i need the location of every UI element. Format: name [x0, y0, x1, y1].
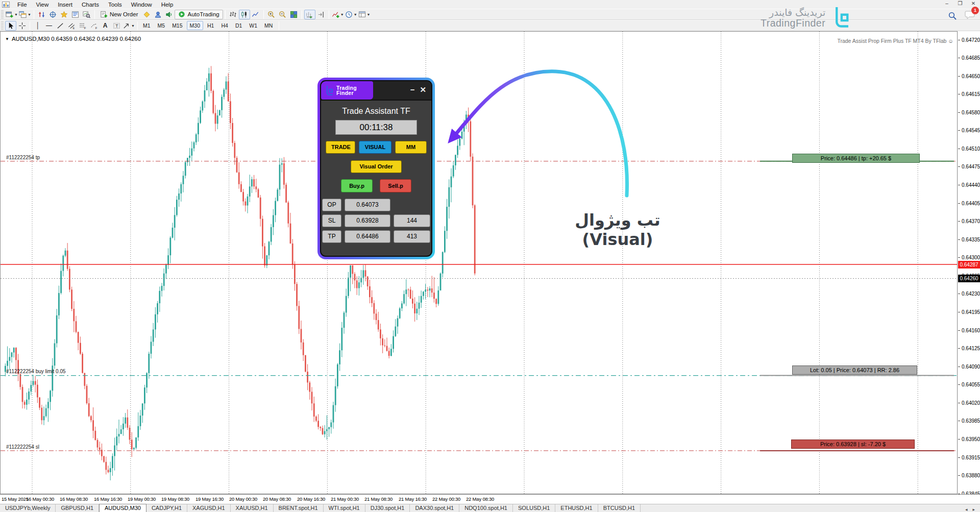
chart-tab-xauusd-h1[interactable]: XAUUSD,H1 [231, 504, 274, 512]
chart-tab-dj30-spot-h1[interactable]: DJ30.spot,H1 [365, 504, 410, 512]
timeframe-button-h4[interactable]: H4 [218, 21, 231, 30]
trade-assistant-panel[interactable]: Trading Finder − ✕ Trade Assistant TF 00… [317, 78, 435, 259]
periods-button[interactable]: ▼ [345, 10, 358, 19]
menu-item-insert[interactable]: Insert [53, 1, 77, 8]
bar-chart-button[interactable] [228, 10, 239, 19]
profiles-button[interactable]: ▼ [18, 10, 32, 19]
panel-minimize-button[interactable]: − [410, 85, 415, 95]
panel-header[interactable]: Trading Finder − ✕ [321, 81, 431, 101]
vertical-line-tool-button[interactable]: │ [32, 21, 43, 31]
line-chart-button[interactable] [250, 10, 261, 19]
auto-scroll-button[interactable] [304, 10, 315, 19]
visual-order-button[interactable]: Visual Order [351, 160, 402, 173]
sell-pending-button[interactable]: Sell.p [380, 179, 411, 192]
timeframe-button-w1[interactable]: W1 [246, 21, 260, 30]
chart-tab-brent-spot-h1[interactable]: BRENT.spot,H1 [274, 504, 324, 512]
timeframe-button-d1[interactable]: D1 [232, 21, 245, 30]
panel-tab-mm[interactable]: MM [395, 141, 427, 154]
timeframe-button-m5[interactable]: M5 [155, 21, 168, 30]
notifications-button[interactable]: 1 [965, 10, 976, 22]
timeframe-button-m30[interactable]: M30 [187, 21, 203, 30]
chart-tab-solusd-h1[interactable]: SOLUSD,H1 [513, 504, 555, 512]
trendline-tool-button[interactable] [55, 21, 66, 31]
sl-label-button[interactable]: SL [322, 214, 341, 227]
chart-canvas[interactable] [1, 32, 957, 494]
tab-scroll-right-button[interactable]: ▸ [972, 507, 975, 512]
candle-body [174, 215, 176, 228]
window-close-button[interactable]: ✕ [970, 1, 977, 6]
chart-tab-btcusd-h1[interactable]: BTCUSD,H1 [598, 504, 641, 512]
chart-tab-gbpusd-h1[interactable]: GBPUSD,H1 [56, 504, 99, 512]
zoom-in-button[interactable] [266, 10, 277, 19]
chart-tab-usdjpyb-weekly[interactable]: USDJPYb,Weekly [0, 504, 56, 512]
op-value-field[interactable]: 0.64073 [345, 199, 390, 211]
tp-value-field[interactable]: 0.64486 [345, 230, 390, 243]
menu-item-view[interactable]: View [32, 1, 54, 8]
crosshair-tool-button[interactable] [16, 21, 28, 31]
menu-item-tools[interactable]: Tools [104, 1, 127, 8]
search-icon[interactable] [948, 12, 957, 20]
market-watch-button[interactable] [36, 10, 47, 19]
templates-button[interactable]: ▼ [358, 10, 371, 19]
menu-item-help[interactable]: Help [157, 1, 178, 8]
sounds-button[interactable] [163, 10, 175, 19]
panel-tab-visual[interactable]: VISUAL [359, 141, 391, 154]
fibonacci-fan-tool-button[interactable]: F [88, 21, 100, 31]
chart-tab-dax30-spot-h1[interactable]: DAX30.spot,H1 [410, 504, 459, 512]
text-tool-button[interactable]: A [100, 21, 111, 31]
chart-tab-cadjpy-h1[interactable]: CADJPY,H1 [146, 504, 187, 512]
chart-tab-ethusd-h1[interactable]: ETHUSD,H1 [555, 504, 598, 512]
timeframe-button-m15[interactable]: M15 [169, 21, 185, 30]
tp-label-button[interactable]: TP [322, 230, 341, 243]
autotrading-button[interactable]: AutoTrading [175, 10, 223, 19]
tab-scroll-left-button[interactable]: ◂ [965, 507, 968, 512]
expert-advisors-button[interactable] [152, 10, 163, 19]
chart-tab-ndq100-spot-h1[interactable]: NDQ100.spot,H1 [459, 504, 513, 512]
navigator-button[interactable] [59, 10, 70, 19]
chart-tab-audusd-m30[interactable]: AUDUSD,M30 [99, 504, 146, 512]
tp-price-label[interactable]: Price: 0.64486 | tp: +20.65 $ [792, 154, 920, 163]
timeframe-button-mn[interactable]: MN [261, 21, 276, 30]
window-restore-button[interactable]: ❐ [957, 1, 964, 6]
timeframe-button-h1[interactable]: H1 [204, 21, 217, 30]
new-chart-button[interactable]: ▼ [5, 10, 18, 19]
menu-item-file[interactable]: File [13, 1, 32, 8]
horizontal-line-tool-button[interactable]: — [43, 21, 55, 31]
zoom-out-button[interactable] [277, 10, 288, 19]
time-axis[interactable]: 15 May 202516 May 00:3016 May 08:3016 Ma… [0, 494, 980, 504]
cursor-tool-button[interactable] [5, 21, 16, 31]
sl-points-field[interactable]: 144 [394, 214, 430, 227]
tp-points-field[interactable]: 413 [394, 230, 430, 243]
price-axis[interactable]: 0.647200.646850.646500.646150.645800.645… [958, 31, 980, 494]
candle-body [448, 187, 450, 207]
entry-price-label[interactable]: Lot: 0.05 | Price: 0.64073 | RR: 2.86 [792, 365, 917, 375]
window-minimize-button[interactable]: – [943, 1, 950, 6]
fibonacci-retracement-tool-button[interactable]: F [77, 21, 88, 31]
timeframe-button-m1[interactable]: M1 [140, 21, 154, 30]
toolbar-grip[interactable] [1, 21, 4, 30]
chart-tab-xagusd-h1[interactable]: XAGUSD,H1 [187, 504, 231, 512]
metaeditor-button[interactable] [141, 10, 152, 19]
sl-value-field[interactable]: 0.63928 [345, 214, 390, 227]
sl-price-label[interactable]: Price: 0.63928 | sl: -7.20 $ [791, 440, 915, 449]
menu-item-window[interactable]: Window [127, 1, 157, 8]
chart-tab-wti-spot-h1[interactable]: WTI.spot,H1 [324, 504, 365, 512]
new-order-button[interactable]: New Order [97, 10, 141, 19]
indicators-button[interactable]: ▼ [331, 10, 345, 19]
menu-item-charts[interactable]: Charts [77, 1, 104, 8]
panel-tab-trade[interactable]: TRADE [326, 141, 355, 154]
panel-close-button[interactable]: ✕ [420, 85, 426, 95]
chart-shift-button[interactable] [315, 10, 327, 19]
data-window-button[interactable] [47, 10, 59, 19]
text-label-tool-button[interactable]: T [111, 21, 122, 31]
toolbar-grip[interactable] [1, 10, 4, 18]
chevron-down-icon[interactable]: ▼ [5, 37, 9, 41]
terminal-button[interactable] [70, 10, 81, 19]
candlestick-chart-button[interactable] [239, 10, 250, 19]
tile-windows-button[interactable] [288, 10, 300, 19]
equidistant-channel-tool-button[interactable]: E [66, 21, 77, 31]
op-label-button[interactable]: OP [322, 199, 341, 211]
buy-pending-button[interactable]: Buy.p [341, 179, 373, 192]
strategy-tester-button[interactable] [81, 10, 92, 19]
arrows-tool-button[interactable]: ▼ [122, 21, 135, 31]
